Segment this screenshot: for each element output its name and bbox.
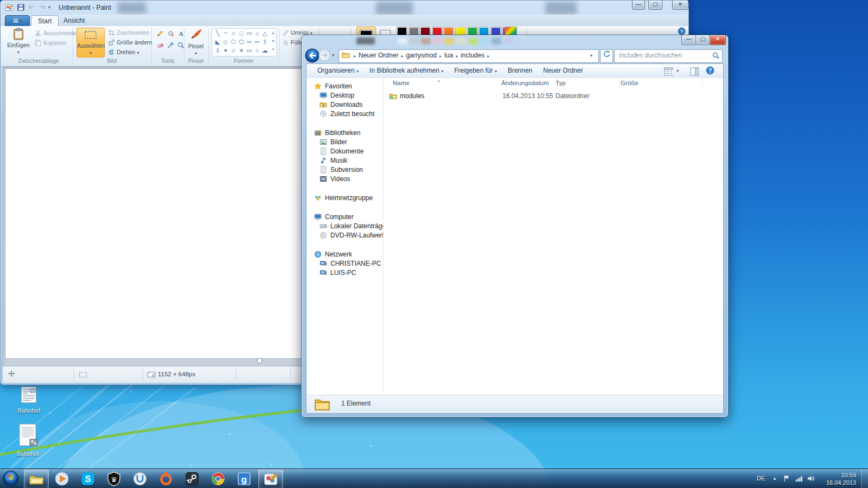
quick-access-dropdown-icon[interactable]: ▾ (48, 5, 50, 10)
language-indicator[interactable]: DE (757, 475, 765, 481)
help-button[interactable]: ? (706, 66, 714, 76)
save-icon[interactable] (17, 3, 25, 13)
pencil-tool-icon[interactable] (155, 29, 165, 40)
file-name[interactable]: modules (400, 91, 424, 101)
forward-button[interactable] (318, 49, 330, 63)
refresh-button[interactable] (600, 49, 613, 63)
taskbar-game-crown[interactable]: ♛ (102, 470, 126, 488)
column-header[interactable]: Name▴ (384, 78, 506, 88)
shape-option[interactable]: ⬠ (229, 38, 238, 46)
toolbar-button[interactable]: Organisieren ▾ (312, 67, 364, 74)
close-button[interactable]: ✕ (710, 35, 726, 45)
sidebar-item[interactable]: Downloads (320, 101, 362, 110)
sidebar-item[interactable]: Dokumente (320, 147, 363, 156)
desktop-icon-bahnhof[interactable]: Bahnhof (5, 385, 52, 414)
breadcrumb[interactable]: ▸Neuer Ordner▸garrysmod▸lua▸includes▸ (339, 49, 599, 63)
shape-option[interactable]: ▭ (245, 29, 253, 37)
shape-option[interactable]: ⬡ (238, 38, 246, 46)
paste-button[interactable]: Einfügen▾ (6, 28, 31, 56)
action-center-flag-icon[interactable] (783, 474, 791, 484)
preview-pane-button[interactable] (690, 67, 699, 78)
shape-option[interactable]: ▭ (245, 47, 253, 54)
paint-menu-button[interactable]: ▤ ▾ (5, 15, 30, 27)
taskbar-garrys-mod[interactable]: g (232, 470, 256, 488)
eraser-tool-icon[interactable] (155, 41, 165, 52)
sidebar-item[interactable]: DVD-RW-Laufwerk ( (320, 232, 390, 240)
search-box[interactable] (614, 49, 723, 63)
shape-option[interactable]: ✶ (238, 47, 246, 54)
network-icon[interactable] (795, 474, 803, 484)
toolbar-button[interactable]: Brennen (502, 67, 538, 74)
shape-option[interactable]: ☆ (229, 47, 238, 54)
toolbar-button[interactable]: In Bibliothek aufnehmen ▾ (364, 67, 449, 74)
taskbar-windows-explorer[interactable] (24, 470, 49, 488)
hidden-icons-chevron[interactable]: ▲ (773, 476, 777, 481)
explorer-title-bar[interactable] (302, 35, 728, 47)
search-input[interactable] (618, 51, 707, 60)
shape-option[interactable]: △ (261, 29, 269, 37)
redo-icon[interactable] (37, 3, 46, 14)
column-header[interactable]: Änderungsdatum (496, 78, 557, 88)
sidebar-item[interactable]: Musik (320, 157, 347, 165)
sidebar-item[interactable]: Lokaler Datenträger (320, 222, 388, 231)
show-desktop-button[interactable] (861, 469, 868, 488)
undo-icon[interactable] (28, 3, 36, 14)
views-button[interactable] (663, 67, 673, 78)
sidebar-item[interactable]: Subversion (320, 166, 363, 175)
history-dropdown-icon[interactable]: ▾ (332, 53, 334, 57)
select-button[interactable]: Auswählen▾ (76, 28, 105, 57)
shape-option[interactable]: ☁ (261, 47, 269, 54)
column-header[interactable]: Größe (615, 78, 703, 88)
maximize-button[interactable]: ▢ (695, 35, 710, 45)
shape-option[interactable]: ○ (253, 47, 261, 54)
sidebar-section-favoriten[interactable]: Favoriten (314, 82, 352, 91)
volume-icon[interactable] (807, 474, 815, 484)
brush-button[interactable]: Pinsel▾ (185, 28, 207, 56)
shape-option[interactable]: ○ (229, 29, 238, 37)
taskbar-origin[interactable] (154, 470, 178, 488)
taskbar-media-player[interactable] (50, 470, 74, 488)
resize-button[interactable]: Größe ändern (108, 39, 152, 48)
shape-option[interactable]: ◣ (214, 38, 222, 46)
minimize-button[interactable]: — (681, 35, 696, 45)
breadcrumb-item[interactable]: garrysmod (406, 52, 437, 59)
shape-option[interactable]: ╲ (214, 29, 222, 37)
shape-option[interactable]: ⇦ (253, 38, 261, 46)
taskbar-chrome[interactable] (206, 470, 230, 488)
minimize-button[interactable]: — (632, 1, 645, 10)
sidebar-section-netzwerk[interactable]: Netzwerk (314, 251, 352, 259)
sidebar-item[interactable]: CHRISTIANE-PC (320, 260, 381, 268)
clock[interactable]: 10:59 16.04.2013 (826, 471, 856, 486)
shape-option[interactable]: ◇ (222, 38, 230, 46)
taskbar-paint[interactable] (258, 470, 283, 488)
sidebar-item[interactable]: Zuletzt besucht (320, 110, 374, 119)
text-tool-icon[interactable]: A (175, 29, 186, 40)
rotate-button[interactable]: Drehen ▾ (108, 49, 139, 57)
fill-tool-icon[interactable] (165, 29, 176, 40)
sidebar-item[interactable]: LUIS-PC (320, 269, 356, 278)
toolbar-button[interactable]: Freigeben für ▾ (449, 67, 502, 74)
taskbar-skype[interactable]: S (76, 470, 100, 488)
breadcrumb-item[interactable]: lua (444, 52, 453, 59)
magnifier-tool-icon[interactable] (175, 41, 186, 52)
breadcrumb-item[interactable]: Neuer Ordner (359, 52, 398, 59)
taskbar-steam[interactable] (180, 470, 204, 488)
shape-option[interactable]: ⇩ (214, 47, 222, 54)
file-row[interactable]: modules16.04.2013 10:55Dateiordner (384, 91, 723, 101)
desktop-icon-bahnhof[interactable]: Bahnhof (4, 423, 51, 457)
address-dropdown-icon[interactable]: ▾ (590, 53, 592, 58)
shape-option[interactable]: ~ (222, 29, 230, 37)
views-dropdown-icon[interactable]: ▾ (676, 68, 679, 73)
shape-option[interactable]: □ (238, 29, 246, 37)
taskbar-uplay[interactable] (128, 470, 152, 488)
toolbar-button[interactable]: Neuer Ordner (538, 67, 588, 74)
shapes-scroll[interactable]: ▲▼▾ (271, 29, 275, 53)
close-button[interactable]: ✕ (672, 1, 688, 10)
column-header[interactable]: Typ (552, 78, 620, 88)
shapes-grid[interactable]: ╲~○□▭⌂△ ◣◇⬠⬡⇨⇦⇧ ⇩✦☆✶▭○☁ ▲▼▾ (212, 28, 277, 56)
sidebar-section-heimnetzgruppe[interactable]: Heimnetzgruppe (314, 194, 373, 203)
shape-option[interactable]: ✦ (222, 47, 230, 54)
search-icon[interactable] (712, 52, 720, 61)
cut-button[interactable]: Ausschneiden (34, 29, 79, 38)
copy-button[interactable]: Kopieren (34, 39, 66, 48)
